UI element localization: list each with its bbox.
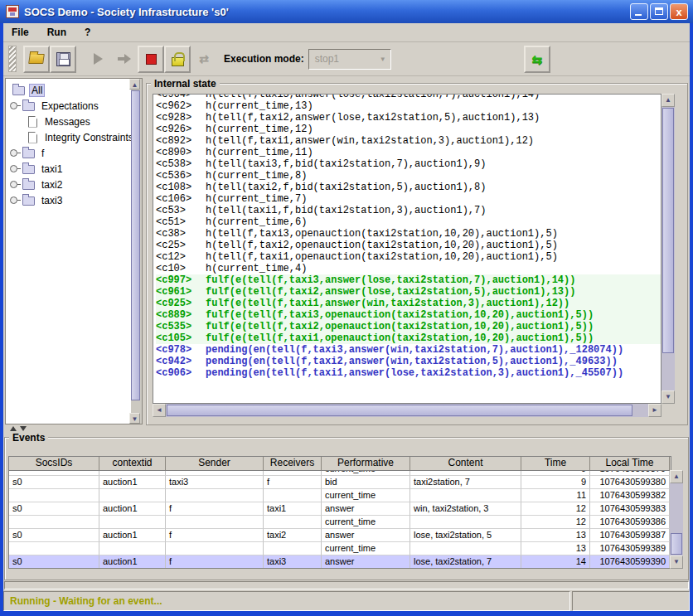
tree-item-expectations[interactable]: Expectations	[7, 98, 130, 114]
column-header-local-time[interactable]: Local Time	[590, 457, 670, 470]
expand-handle-icon[interactable]	[10, 148, 21, 158]
menu-file[interactable]: File	[12, 27, 29, 38]
table-cell: auction1	[99, 555, 166, 569]
table-cell	[99, 516, 166, 529]
scroll-up-icon[interactable]: ▲	[129, 79, 140, 90]
table-row[interactable]: s0auction1ftaxi3answerlose, taxi2station…	[9, 555, 671, 569]
table-row[interactable]: s0auction1ftaxi2answerlose, taxi2station…	[9, 529, 671, 542]
close-button[interactable]: x	[670, 3, 688, 20]
log-line: <c105>fulf(e(tell(f,taxi1,openauction(ta…	[156, 332, 661, 344]
events-vertical-scrollbar[interactable]: ▲ ▼	[670, 470, 683, 569]
column-header-receivers[interactable]: Receivers	[264, 457, 322, 470]
execution-mode-label: Execution mode:	[224, 53, 304, 65]
menu-help[interactable]: ?	[85, 27, 90, 38]
log-line: <c12>h(tell(f,taxi1,openauction(taxi2sta…	[156, 251, 661, 263]
column-header-contextid[interactable]: contextid	[99, 457, 166, 470]
tree-item-taxi1[interactable]: taxi1	[7, 161, 130, 177]
table-cell: s0	[9, 502, 99, 516]
tree-item-taxi2[interactable]: taxi2	[7, 177, 130, 192]
table-row[interactable]: current_time111076430599382	[9, 489, 671, 502]
table-row[interactable]: current_time131076430599389	[9, 542, 671, 555]
expand-handle-icon[interactable]	[10, 196, 21, 205]
column-header-time[interactable]: Time	[521, 457, 590, 470]
table-cell: 11	[521, 489, 590, 502]
events-table-header: SocsIDscontextidSenderReceiversPerformat…	[9, 457, 671, 471]
table-row[interactable]: current_time121076430599386	[9, 516, 671, 529]
table-cell: current_time	[322, 516, 410, 529]
tree-item-integrity-constraints[interactable]: Integrity Constraints	[7, 129, 130, 145]
scroll-down-icon[interactable]: ▼	[670, 555, 683, 569]
log-line: <c928>h(tell(f,taxi2,answer(lose,taxi2st…	[156, 112, 661, 124]
expand-handle-icon[interactable]	[10, 101, 21, 110]
table-cell	[166, 542, 264, 555]
collapse-up-icon[interactable]	[10, 426, 17, 431]
scroll-down-icon[interactable]: ▼	[662, 390, 675, 404]
title-bar: SOCS Demo - Society Infrastructure 's0' …	[0, 0, 693, 23]
go-button[interactable]: ⇆	[524, 46, 550, 73]
table-cell: answer	[322, 555, 410, 569]
expand-handle-icon[interactable]	[10, 180, 21, 189]
column-header-performative[interactable]: Performative	[322, 457, 410, 470]
maximize-button[interactable]	[650, 3, 668, 20]
app-window: SOCS Demo - Society Infrastructure 's0' …	[0, 0, 693, 616]
tree-item-all[interactable]: All	[7, 82, 130, 98]
table-cell: auction1	[99, 476, 166, 489]
scrollbar-thumb[interactable]	[671, 533, 682, 555]
lock-button[interactable]	[164, 46, 191, 73]
folder-icon	[22, 181, 35, 190]
internal-state-text[interactable]: <c964>h(tell(f,taxi3,answer(lose,taxi2st…	[153, 94, 662, 404]
column-header-sender[interactable]: Sender	[166, 457, 264, 470]
table-row[interactable]: s0auction1taxi3fbidtaxi2station, 7910764…	[9, 476, 671, 489]
bottom-scrollbar-track[interactable]	[4, 581, 689, 589]
table-cell: lose, taxi2station, 7	[410, 555, 521, 569]
tree-item-label: Expectations	[39, 99, 101, 113]
expand-handle-icon[interactable]	[10, 164, 21, 173]
log-line: <c108>h(tell(taxi2,f,bid(taxi2station,5)…	[156, 182, 661, 193]
table-cell: 1076430599386	[590, 516, 670, 529]
scroll-left-icon[interactable]: ◄	[153, 404, 166, 417]
open-button[interactable]	[23, 46, 50, 73]
collapse-down-icon[interactable]	[20, 426, 27, 431]
log-line: <c892>h(tell(f,taxi1,answer(win,taxi2sta…	[156, 135, 661, 147]
scroll-up-icon[interactable]: ▲	[662, 94, 675, 107]
split-divider[interactable]	[3, 425, 690, 432]
column-header-socsids[interactable]: SocsIDs	[9, 457, 99, 470]
table-cell	[264, 516, 322, 529]
window-content: File Run ? ⇄ Execution mode: stop1 ▼ ⇆ A…	[3, 23, 690, 611]
scrollbar-thumb[interactable]	[167, 405, 632, 416]
scroll-down-icon[interactable]: ▼	[129, 413, 140, 424]
minimize-button[interactable]	[630, 3, 648, 20]
table-cell: f	[264, 476, 322, 489]
scrollbar-thumb[interactable]	[131, 90, 140, 400]
toolbar: ⇄ Execution mode: stop1 ▼ ⇆	[3, 42, 690, 76]
log-line: <c889>fulf(e(tell(f,taxi3,openauction(ta…	[156, 309, 661, 321]
menu-run[interactable]: Run	[47, 27, 66, 38]
table-cell: win, taxi2station, 3	[410, 502, 521, 516]
tree-item-label: taxi2	[39, 178, 65, 192]
scrollbar-thumb[interactable]	[662, 108, 674, 353]
table-row[interactable]: s0auction1ftaxi1answerwin, taxi2station,…	[9, 502, 671, 516]
tree-item-messages[interactable]: Messages	[7, 114, 130, 129]
sync-button[interactable]: ⇄	[191, 46, 217, 73]
stop-button[interactable]	[138, 46, 164, 73]
log-line: <c961>fulf(e(tell(f,taxi2,answer(lose,ta…	[156, 286, 661, 298]
table-cell: taxi1	[264, 502, 322, 516]
step-forward-button[interactable]	[111, 46, 138, 73]
tree-item-f[interactable]: f	[7, 145, 130, 161]
internal-state-horizontal-scrollbar[interactable]: ◄ ►	[153, 404, 662, 417]
save-button[interactable]	[50, 46, 76, 73]
log-line: <c38>h(tell(f,taxi3,openauction(taxi2sta…	[156, 228, 661, 240]
table-cell	[9, 489, 99, 502]
table-cell: 12	[521, 516, 590, 529]
internal-state-vertical-scrollbar[interactable]: ▲ ▼	[662, 94, 675, 404]
scroll-up-icon[interactable]: ▲	[670, 470, 683, 483]
play-button[interactable]	[85, 46, 111, 73]
column-header-content[interactable]: Content	[410, 457, 521, 470]
tree-item-taxi3[interactable]: taxi3	[7, 192, 130, 208]
scroll-right-icon[interactable]: ►	[648, 404, 662, 417]
execution-mode-select[interactable]: stop1 ▼	[308, 49, 391, 70]
tree-vertical-scrollbar[interactable]: ▲ ▼	[131, 79, 142, 424]
toolbar-drag-handle[interactable]	[8, 46, 17, 72]
go-green-icon: ⇆	[531, 53, 542, 65]
folder-icon	[22, 149, 35, 158]
